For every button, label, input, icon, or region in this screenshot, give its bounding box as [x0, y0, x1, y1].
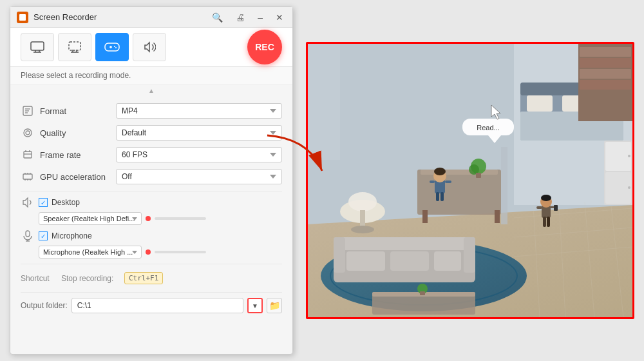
svg-rect-63: [421, 170, 498, 175]
output-path-input[interactable]: [71, 298, 243, 313]
divider-3: [21, 292, 282, 293]
search-icon[interactable]: 🔍: [209, 11, 225, 24]
svg-rect-98: [554, 205, 558, 211]
svg-rect-83: [420, 291, 425, 295]
app-icon: [17, 12, 28, 23]
title-bar-left: Screen Recorder: [17, 12, 97, 23]
svg-text:Read...: Read...: [477, 124, 499, 132]
format-select[interactable]: MP4 AVI MOV GIF: [116, 103, 282, 119]
svg-rect-75: [334, 237, 345, 273]
microphone-row: ✓ Microphone: [21, 230, 282, 242]
gpu-icon: [21, 170, 35, 184]
framerate-row: Frame rate 60 FPS 30 FPS 24 FPS 15 FPS: [21, 147, 282, 162]
svg-rect-64: [422, 210, 428, 223]
svg-rect-79: [434, 251, 461, 271]
settings-icon[interactable]: 🖨: [233, 11, 247, 24]
quality-select[interactable]: Default High Medium Low: [116, 125, 282, 141]
window-title: Screen Recorder: [33, 12, 97, 22]
svg-point-70: [348, 192, 377, 211]
framerate-label: Frame rate: [40, 150, 111, 160]
svg-rect-55: [580, 69, 631, 79]
svg-rect-59: [605, 172, 631, 204]
svg-rect-56: [580, 80, 631, 90]
divider-1: [21, 191, 282, 191]
desktop-vol-indicator: [146, 216, 151, 221]
svg-rect-103: [308, 44, 340, 160]
svg-point-11: [114, 46, 115, 47]
desktop-vol-slider[interactable]: [155, 217, 206, 220]
microphone-checkbox[interactable]: ✓: [39, 231, 48, 240]
browse-folder-button[interactable]: 📁: [267, 298, 282, 313]
microphone-label: Microphone: [52, 231, 92, 240]
shortcut-row: Shortcut Stop recording: Ctrl+F1: [21, 269, 282, 287]
svg-point-61: [628, 186, 630, 189]
svg-rect-4: [69, 42, 80, 50]
shortcut-label: Shortcut: [21, 274, 56, 283]
microphone-device-select[interactable]: Microphone (Realtek High ...: [39, 246, 142, 259]
audio-section: ✓ Desktop Speaker (Realtek High Defi...: [21, 197, 282, 259]
svg-rect-19: [24, 151, 32, 158]
gpu-select[interactable]: Off On: [116, 169, 282, 184]
mic-vol-slider[interactable]: [155, 251, 206, 253]
gpu-label: GPU acceleration: [40, 172, 111, 182]
app-window: Screen Recorder 🔍 🖨 – ✕: [10, 6, 293, 355]
gpu-row: GPU acceleration Off On: [21, 169, 282, 184]
minimize-button[interactable]: –: [255, 11, 265, 24]
output-label: Output folder:: [21, 301, 68, 310]
svg-point-86: [434, 168, 446, 175]
desktop-label: Desktop: [52, 198, 80, 207]
screen-mode-button[interactable]: [21, 33, 54, 61]
app-icon-inner: [19, 14, 26, 21]
format-icon: [21, 104, 35, 118]
svg-rect-23: [23, 174, 32, 179]
title-bar: Screen Recorder 🔍 🖨 – ✕: [10, 7, 292, 28]
svg-rect-74: [334, 237, 475, 250]
svg-rect-88: [440, 192, 444, 201]
quality-icon: [21, 126, 35, 140]
svg-point-18: [26, 131, 30, 135]
svg-rect-95: [547, 217, 550, 227]
settings-area: Format MP4 AVI MOV GIF: [10, 97, 292, 354]
framerate-icon: [21, 148, 35, 162]
svg-rect-96: [536, 206, 542, 209]
desktop-checkbox[interactable]: ✓: [39, 198, 48, 207]
svg-rect-58: [605, 142, 631, 171]
close-button[interactable]: ✕: [273, 11, 286, 24]
svg-rect-104: [501, 147, 507, 224]
microphone-icon: [21, 230, 35, 242]
svg-rect-77: [346, 251, 385, 271]
quality-label: Quality: [40, 128, 111, 138]
svg-point-93: [541, 195, 551, 201]
svg-point-60: [628, 155, 630, 157]
svg-rect-94: [543, 217, 546, 227]
region-mode-button[interactable]: [58, 33, 91, 61]
microphone-device-row: Microphone (Realtek High ...: [39, 246, 282, 259]
shortcut-key: Ctrl+F1: [124, 272, 163, 284]
scroll-indicator: ▲: [10, 84, 292, 97]
framerate-select[interactable]: 60 FPS 30 FPS 24 FPS 15 FPS: [116, 147, 282, 162]
desktop-device-row: Speaker (Realtek High Defi...: [39, 212, 282, 225]
svg-rect-0: [31, 42, 44, 50]
game-mode-button[interactable]: [95, 33, 129, 61]
toolbar: REC: [10, 28, 292, 67]
svg-point-12: [115, 47, 117, 48]
rec-button[interactable]: REC: [247, 30, 282, 64]
svg-rect-68: [476, 173, 481, 178]
mode-hint: Please select a recording mode.: [10, 67, 292, 84]
divider-2: [21, 264, 282, 264]
audio-mode-button[interactable]: [133, 33, 166, 61]
mic-vol-indicator: [146, 249, 151, 255]
game-preview: Read...: [306, 42, 634, 319]
format-row: Format MP4 AVI MOV GIF: [21, 103, 282, 119]
stop-recording-label: Stop recording:: [61, 274, 119, 283]
svg-rect-54: [580, 58, 631, 68]
svg-rect-89: [430, 180, 435, 183]
output-dropdown-button[interactable]: ▼: [247, 298, 263, 313]
svg-point-17: [24, 129, 32, 137]
svg-rect-78: [390, 251, 429, 271]
svg-rect-30: [26, 231, 30, 237]
svg-rect-53: [580, 47, 631, 57]
svg-rect-87: [436, 192, 439, 201]
desktop-device-select[interactable]: Speaker (Realtek High Defi...: [39, 212, 142, 225]
desktop-audio-icon: [21, 197, 35, 208]
